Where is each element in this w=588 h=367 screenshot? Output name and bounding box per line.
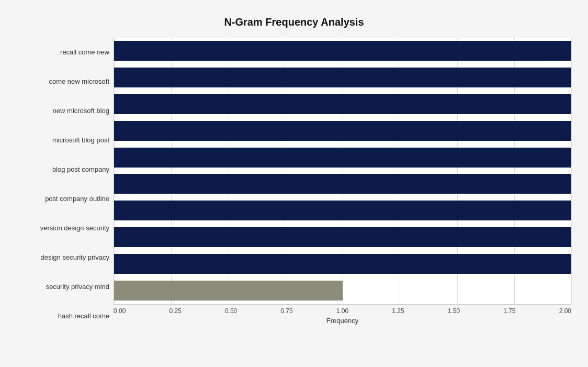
y-axis-label: microsoft blog post (52, 126, 109, 154)
bar (114, 254, 571, 274)
y-axis-label: post company outline (45, 185, 109, 213)
x-tick-label: 0.25 (169, 307, 181, 315)
x-tick-label: 0.75 (280, 307, 292, 315)
chart-container: N-Gram Frequency Analysis recall come ne… (6, 6, 582, 362)
y-axis-label: recall come new (60, 38, 109, 66)
chart-area: recall come newcome new microsoftnew mic… (17, 38, 571, 331)
y-axis-label: come new microsoft (49, 68, 109, 96)
bar (114, 68, 571, 87)
bar-row (114, 146, 571, 170)
grid-line (571, 38, 572, 304)
bar-row (114, 279, 571, 303)
bar (114, 201, 571, 220)
bar-row (114, 92, 571, 116)
y-axis-label: new microsoft blog (53, 97, 109, 125)
y-axis-label: design security privacy (41, 243, 110, 272)
x-tick-label: 1.00 (336, 307, 348, 315)
plot-area: 0.000.250.500.751.001.251.501.752.00 Fre… (114, 38, 571, 331)
y-axis: recall come newcome new microsoftnew mic… (17, 38, 114, 331)
bars-section (114, 38, 571, 305)
x-axis-label: Frequency (114, 317, 571, 325)
x-axis: 0.000.250.500.751.001.251.501.752.00 Fre… (114, 305, 571, 331)
bar-row (114, 252, 571, 276)
x-tick-label: 0.50 (225, 307, 237, 315)
chart-title: N-Gram Frequency Analysis (17, 16, 571, 28)
y-axis-label: version design security (40, 214, 109, 242)
bar (114, 94, 571, 114)
bar (114, 281, 343, 301)
bar-row (114, 172, 571, 196)
bar (114, 227, 571, 247)
y-axis-label: hash recall come (58, 302, 109, 330)
bar (114, 148, 571, 168)
x-tick-label: 1.75 (503, 307, 515, 315)
bar (114, 121, 571, 141)
x-tick-label: 1.50 (448, 307, 460, 315)
bar-row (114, 119, 571, 143)
bar-row (114, 198, 571, 223)
bar (114, 41, 571, 61)
x-tick-label: 2.00 (559, 307, 571, 315)
bar-row (114, 65, 571, 90)
y-axis-label: blog post company (52, 155, 109, 184)
bar (114, 174, 571, 194)
x-tick-label: 0.00 (114, 307, 126, 315)
x-tick-label: 1.25 (392, 307, 404, 315)
bar-row (114, 39, 571, 63)
x-ticks: 0.000.250.500.751.001.251.501.752.00 (114, 305, 571, 315)
bar-row (114, 225, 571, 249)
y-axis-label: security privacy mind (46, 273, 109, 301)
